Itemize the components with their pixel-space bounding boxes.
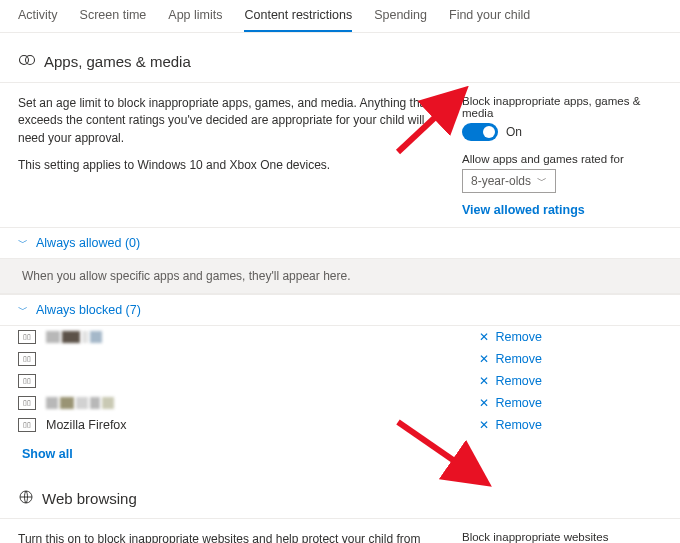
close-icon[interactable]: ✕ — [479, 418, 489, 432]
remove-link[interactable]: Remove — [495, 418, 542, 432]
chevron-down-icon: ﹀ — [537, 174, 547, 188]
age-rating-value: 8-year-olds — [471, 174, 531, 188]
list-item: ▯▯✕Remove — [0, 326, 680, 348]
close-icon[interactable]: ✕ — [479, 330, 489, 344]
web-browsing-title: Web browsing — [42, 490, 137, 507]
tab-spending[interactable]: Spending — [374, 8, 427, 32]
tab-screen-time[interactable]: Screen time — [80, 8, 147, 32]
block-websites-label: Block inappropriate websites — [462, 531, 662, 543]
block-apps-toggle-state: On — [506, 125, 522, 139]
section-web-browsing: Web browsing — [0, 471, 680, 519]
tab-find-your-child[interactable]: Find your child — [449, 8, 530, 32]
remove-link[interactable]: Remove — [495, 396, 542, 410]
close-icon[interactable]: ✕ — [479, 396, 489, 410]
tab-content-restrictions[interactable]: Content restrictions — [244, 8, 352, 32]
close-icon[interactable]: ✕ — [479, 374, 489, 388]
remove-link[interactable]: Remove — [495, 330, 542, 344]
globe-icon — [18, 489, 34, 508]
app-icon: ▯▯ — [18, 396, 36, 410]
age-rating-select[interactable]: 8-year-olds ﹀ — [462, 169, 556, 193]
app-icon: ▯▯ — [18, 330, 36, 344]
web-description: Turn this on to block inappropriate webs… — [18, 531, 442, 543]
remove-link[interactable]: Remove — [495, 352, 542, 366]
view-allowed-ratings-link[interactable]: View allowed ratings — [462, 203, 662, 217]
block-apps-label: Block inappropriate apps, games & media — [462, 95, 662, 119]
chevron-down-icon: ﹀ — [18, 303, 28, 317]
always-blocked-header[interactable]: ﹀ Always blocked (7) — [0, 294, 680, 326]
close-icon[interactable]: ✕ — [479, 352, 489, 366]
app-icon: ▯▯ — [18, 352, 36, 366]
apps-media-description: Set an age limit to block inappropriate … — [18, 95, 442, 217]
apps-media-desc2: This setting applies to Windows 10 and X… — [18, 157, 442, 174]
always-allowed-empty: When you allow specific apps and games, … — [0, 259, 680, 294]
section-apps-games-media: Apps, games & media — [0, 33, 680, 83]
always-allowed-header[interactable]: ﹀ Always allowed (0) — [0, 227, 680, 259]
apps-media-title: Apps, games & media — [44, 53, 191, 70]
app-name — [46, 331, 469, 343]
app-name: Mozilla Firefox — [46, 418, 469, 432]
apps-icon — [18, 51, 36, 72]
settings-tabs: Activity Screen time App limits Content … — [0, 0, 680, 33]
chevron-down-icon: ﹀ — [18, 236, 28, 250]
web-desc1: Turn this on to block inappropriate webs… — [18, 531, 442, 543]
app-icon: ▯▯ — [18, 374, 36, 388]
remove-link[interactable]: Remove — [495, 374, 542, 388]
list-item: ▯▯Mozilla Firefox✕Remove — [0, 414, 680, 436]
age-rating-label: Allow apps and games rated for — [462, 153, 662, 165]
list-item: ▯▯✕Remove — [0, 370, 680, 392]
app-name — [46, 397, 469, 409]
apps-media-desc1: Set an age limit to block inappropriate … — [18, 95, 442, 147]
svg-point-1 — [26, 56, 35, 65]
list-item: ▯▯✕Remove — [0, 348, 680, 370]
always-allowed-label: Always allowed (0) — [36, 236, 140, 250]
show-all-link[interactable]: Show all — [22, 447, 73, 461]
tab-activity[interactable]: Activity — [18, 8, 58, 32]
blocked-list: ▯▯✕Remove▯▯✕Remove▯▯✕Remove▯▯✕Remove▯▯Mo… — [0, 326, 680, 436]
list-item: ▯▯✕Remove — [0, 392, 680, 414]
block-apps-toggle[interactable] — [462, 123, 498, 141]
tab-app-limits[interactable]: App limits — [168, 8, 222, 32]
app-icon: ▯▯ — [18, 418, 36, 432]
always-blocked-label: Always blocked (7) — [36, 303, 141, 317]
